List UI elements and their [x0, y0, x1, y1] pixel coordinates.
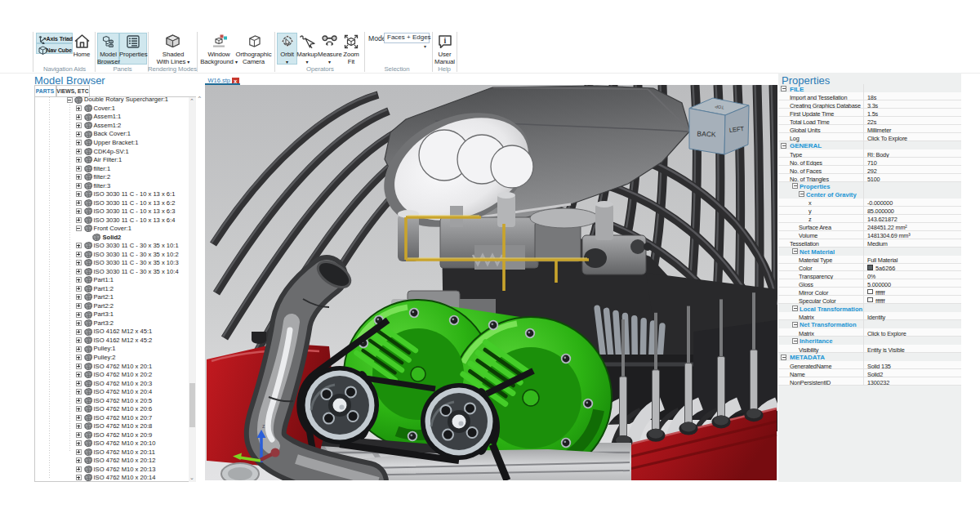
svg-text:BACK: BACK	[697, 129, 716, 138]
svg-text:z: z	[262, 423, 265, 429]
svg-text:i: i	[443, 36, 446, 45]
